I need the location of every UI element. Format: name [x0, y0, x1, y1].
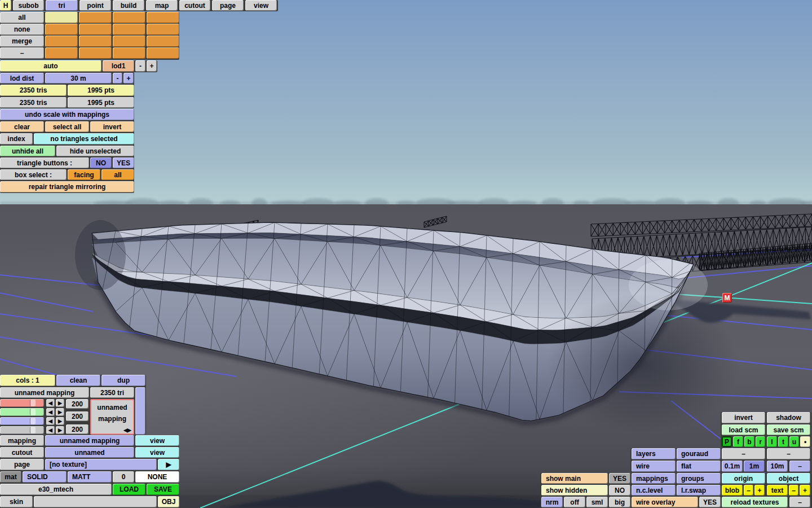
skin-name-field[interactable] [34, 496, 157, 507]
proj-perspective-button[interactable]: P [722, 436, 732, 447]
green-value[interactable]: 200 [66, 411, 89, 421]
subobj-merge-button[interactable]: merge [0, 36, 44, 47]
reload-textures-button[interactable]: reload textures [722, 497, 788, 507]
tab-cutout[interactable]: cutout [179, 0, 210, 11]
show-main-button[interactable]: show main [541, 473, 608, 484]
lrswap-button[interactable]: l.r.swap [677, 485, 721, 496]
invert-selection-button[interactable]: invert [90, 121, 134, 132]
gray-slider[interactable] [0, 426, 44, 434]
red-right-arrow[interactable]: ▶ [56, 399, 64, 407]
tri-grid-cell-selected[interactable] [45, 12, 78, 23]
lod-minus-button[interactable]: - [135, 60, 145, 72]
tab-tri[interactable]: tri [46, 0, 78, 11]
tri-grid-cell[interactable] [113, 47, 145, 59]
mat-solid-button[interactable]: SOLID [23, 471, 67, 483]
flat-button[interactable]: flat [677, 461, 721, 472]
cols-button[interactable]: cols : 1 [0, 375, 55, 386]
gray-right-arrow[interactable]: ▶ [56, 426, 64, 434]
text-plus-button[interactable]: + [800, 485, 810, 496]
mat-zero-button[interactable]: 0 [113, 471, 134, 483]
proj-back-button[interactable]: b [744, 436, 754, 447]
undo-scale-button[interactable]: undo scale with mappings [0, 109, 134, 120]
tri-grid-cell[interactable] [147, 24, 179, 35]
lod-auto-button[interactable]: auto [0, 60, 102, 72]
red-value[interactable]: 200 [66, 399, 89, 409]
tri-grid-cell[interactable] [113, 36, 145, 47]
reload-minus-button[interactable]: – [789, 497, 810, 507]
shadow-button[interactable]: shadow [767, 412, 810, 423]
proj-right-button[interactable]: r [756, 436, 765, 447]
obj-export-button[interactable]: OBJ [158, 496, 179, 507]
nrm-off-button[interactable]: off [564, 497, 585, 507]
tab-h[interactable]: H [0, 0, 11, 11]
layers-button[interactable]: layers [632, 448, 676, 459]
grid-1m-button[interactable]: 1m [744, 461, 765, 472]
tri-grid-cell[interactable] [147, 36, 179, 47]
blue-left-arrow[interactable]: ◀ [46, 417, 55, 425]
tri-grid-cell[interactable] [79, 36, 112, 47]
show-hidden-button[interactable]: show hidden [541, 485, 608, 496]
subobj-minus-button[interactable]: – [0, 47, 44, 59]
save-button[interactable]: SAVE [147, 484, 179, 495]
nclevel-button[interactable]: n.c.level [632, 485, 676, 496]
tab-page[interactable]: page [212, 0, 244, 11]
cutout-row-value[interactable]: unnamed [45, 447, 134, 458]
unhide-all-button[interactable]: unhide all [0, 146, 55, 156]
red-slider[interactable] [0, 399, 44, 407]
model-filename-field[interactable]: e30_mtech [0, 484, 112, 495]
red-left-arrow[interactable]: ◀ [46, 399, 55, 407]
mapping-origin-marker[interactable]: M [722, 293, 732, 303]
preview-arrows[interactable]: ◀▶ [123, 427, 131, 433]
page-next-button[interactable]: ▶ [158, 459, 179, 470]
select-all-button[interactable]: select all [45, 121, 89, 132]
tri-grid-cell[interactable] [45, 36, 78, 47]
triangle-buttons-no[interactable]: NO [90, 157, 112, 168]
blob-minus-button[interactable]: – [744, 485, 753, 496]
object-button[interactable]: object [767, 473, 810, 484]
box-select-facing[interactable]: facing [68, 169, 100, 180]
grid-minus-button[interactable]: – [789, 461, 810, 472]
wire-overlay-yes[interactable]: YES [699, 497, 721, 507]
hide-unselected-button[interactable]: hide unselected [56, 146, 134, 156]
tri-grid-cell[interactable] [79, 47, 112, 59]
mapping-row-value[interactable]: unnamed mapping [45, 435, 134, 446]
nrm-big-button[interactable]: big [609, 497, 630, 507]
subobj-all-button[interactable]: all [0, 12, 44, 23]
show-hidden-no[interactable]: NO [609, 485, 630, 496]
grid-10m-button[interactable]: 10m [767, 461, 788, 472]
tri-grid-cell[interactable] [147, 12, 179, 23]
blue-slider[interactable] [0, 417, 44, 425]
grid-01m-button[interactable]: 0.1m [722, 461, 743, 472]
tab-map[interactable]: map [146, 0, 178, 11]
green-left-arrow[interactable]: ◀ [46, 408, 55, 416]
wire-button[interactable]: wire [632, 461, 676, 472]
index-button[interactable]: index [0, 133, 33, 144]
clean-button[interactable]: clean [56, 375, 100, 386]
mat-none-button[interactable]: NONE [135, 471, 179, 483]
subobj-none-button[interactable]: none [0, 24, 44, 35]
gouraud-button[interactable]: gouraud [677, 448, 721, 459]
tab-view[interactable]: view [245, 0, 277, 11]
gray-left-arrow[interactable]: ◀ [46, 426, 55, 434]
show-main-yes[interactable]: YES [609, 473, 630, 484]
tri-grid-cell[interactable] [79, 12, 112, 23]
skin-button[interactable]: skin [0, 496, 33, 507]
mat-matt-button[interactable]: MATT [68, 471, 112, 483]
mapping-name-field[interactable]: unnamed mapping [0, 387, 89, 398]
green-right-arrow[interactable]: ▶ [56, 408, 64, 416]
tri-grid-cell[interactable] [113, 24, 145, 35]
lod-dist-value[interactable]: 30 m [45, 73, 112, 84]
box-select-all[interactable]: all [102, 169, 134, 180]
lod1-button[interactable]: lod1 [103, 60, 134, 72]
tab-build[interactable]: build [113, 0, 144, 11]
blue-value[interactable]: 200 [66, 424, 89, 434]
tri-grid-cell[interactable] [45, 47, 78, 59]
page-row-label[interactable]: page [0, 459, 44, 470]
lod-plus-button[interactable]: + [147, 60, 157, 72]
tri-grid-cell[interactable] [113, 12, 145, 23]
lod-dist-label[interactable]: lod dist [0, 73, 44, 84]
tab-subob[interactable]: subob [13, 0, 44, 11]
proj-under-button[interactable]: u [789, 436, 799, 447]
cutout-row-label[interactable]: cutout [0, 447, 44, 458]
dash1-button[interactable]: – [722, 448, 765, 459]
